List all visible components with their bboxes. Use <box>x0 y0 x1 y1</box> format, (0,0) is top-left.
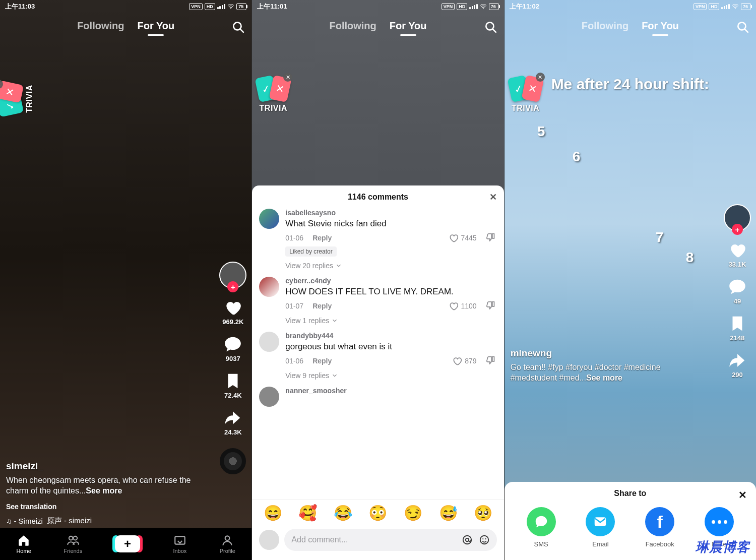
commenter-avatar[interactable] <box>259 387 279 407</box>
nav-inbox[interactable]: Inbox <box>173 534 187 554</box>
sms-icon <box>527 507 556 536</box>
emoji-option[interactable]: 🥰 <box>298 504 317 522</box>
comment-date: 01-06 <box>285 234 303 242</box>
creator-username[interactable]: mlnewng <box>511 348 706 359</box>
search-button[interactable] <box>736 20 749 33</box>
commenter-username[interactable]: isabellesaysno <box>285 209 496 217</box>
share-button[interactable]: 24.3K <box>223 408 242 436</box>
nav-create[interactable]: + <box>115 535 140 552</box>
heart-outline-icon <box>449 233 459 243</box>
emoji-option[interactable]: 😏 <box>404 504 422 522</box>
creator-username[interactable]: simeizi_ <box>6 461 206 472</box>
bottom-nav: Home Friends + Inbox Profile <box>0 528 251 560</box>
tab-foryou[interactable]: For You <box>642 20 679 32</box>
like-button[interactable]: 33.1K <box>728 240 747 268</box>
feed-tabs: Following For You <box>505 20 756 32</box>
comment-like-button[interactable]: 879 <box>452 356 476 366</box>
signal-icon <box>217 4 226 9</box>
comment-like-button[interactable]: 1100 <box>449 301 477 311</box>
thumbs-down-icon[interactable] <box>486 232 497 243</box>
comment-item: brandybby444 gorgeous but what even is i… <box>259 332 496 380</box>
emoji-quickbar: 😄 🥰 😂 😳 😏 😅 🥺 <box>252 500 503 525</box>
search-button[interactable] <box>484 20 497 33</box>
share-sms[interactable]: SMS <box>527 507 556 548</box>
status-time: 上午11:01 <box>257 2 287 11</box>
reply-button[interactable]: Reply <box>312 302 332 310</box>
emoji-option[interactable]: 😂 <box>334 504 352 522</box>
trivia-label: TRIVIA <box>512 104 539 113</box>
sound-text-a: ♫ - Simeizi <box>6 517 43 525</box>
share-title: Share to <box>614 489 646 498</box>
commenter-avatar[interactable] <box>259 332 279 352</box>
commenter-username[interactable]: cyberr..c4ndy <box>285 277 496 285</box>
video-description[interactable]: Go team!! #fyp #foryou #doctor #medicine… <box>511 362 706 384</box>
comment-item: cyberr..c4ndy HOW DOES IT FEEL TO LIVE M… <box>259 277 496 325</box>
vpn-badge: VPN <box>189 3 203 10</box>
my-avatar[interactable] <box>259 530 279 550</box>
more-icon <box>705 507 734 536</box>
commenter-avatar[interactable] <box>259 277 279 297</box>
reply-button[interactable]: Reply <box>312 357 332 365</box>
comments-button[interactable]: 49 <box>728 277 747 305</box>
mention-icon[interactable] <box>462 534 473 545</box>
comments-list[interactable]: isabellesaysno What Stevie nicks fan die… <box>252 209 503 500</box>
trivia-close-button[interactable]: ✕ <box>536 73 545 82</box>
sound-row[interactable]: ♫ - Simeizi 原声 - simeizi <box>6 516 211 526</box>
video-description[interactable]: When cheongsam meets opera, who can refu… <box>6 475 206 496</box>
battery-indicator: 75 <box>236 3 246 10</box>
comment-like-button[interactable]: 7445 <box>449 233 477 243</box>
share-email[interactable]: Email <box>586 507 615 548</box>
vpn-badge: VPN <box>694 3 707 10</box>
tab-foryou[interactable]: For You <box>390 20 427 32</box>
trivia-sticker[interactable]: ✓✕ TRIVIA ✕ <box>257 76 289 113</box>
commenter-avatar[interactable] <box>259 209 279 229</box>
thumbs-down-icon[interactable] <box>486 300 497 312</box>
video-caption: mlnewng Go team!! #fyp #foryou #doctor #… <box>511 348 706 384</box>
trivia-sticker[interactable]: ✓✕ TRIVIA ✕ <box>0 83 34 115</box>
see-translation-button[interactable]: See translation <box>6 503 56 511</box>
view-replies-button[interactable]: View 9 replies <box>285 371 496 380</box>
reply-button[interactable]: Reply <box>312 234 332 242</box>
view-replies-button[interactable]: View 1 replies <box>285 317 496 325</box>
share-facebook[interactable]: f Facebook <box>645 507 674 548</box>
emoji-option[interactable]: 😄 <box>264 504 282 522</box>
follow-plus-icon[interactable]: + <box>227 281 238 292</box>
commenter-username[interactable]: nanner_smoosher <box>285 387 496 395</box>
nav-friends[interactable]: Friends <box>64 534 83 554</box>
view-replies-button[interactable]: View 20 replies <box>285 262 496 270</box>
bookmark-icon <box>223 371 242 391</box>
trivia-sticker[interactable]: ✓✕ TRIVIA ✕ <box>510 76 542 113</box>
save-button[interactable]: 72.4K <box>223 371 242 399</box>
comment-input[interactable]: Add comment... <box>284 529 496 551</box>
tab-foryou[interactable]: For You <box>137 20 174 32</box>
share-close-button[interactable]: ✕ <box>738 489 747 501</box>
comments-close-button[interactable]: ✕ <box>489 192 497 203</box>
screen-comments: 上午11:01 VPN HD 76 Following For You ✓✕ T… <box>251 0 503 560</box>
creator-avatar[interactable]: + <box>219 262 246 289</box>
nav-profile[interactable]: Profile <box>220 534 235 554</box>
share-button[interactable]: 290 <box>728 351 747 379</box>
see-more-button[interactable]: See more <box>586 374 622 382</box>
emoji-option[interactable]: 🥺 <box>474 504 492 522</box>
search-button[interactable] <box>231 20 244 33</box>
watermark: 琳晨博客 <box>696 538 750 556</box>
see-more-button[interactable]: See more <box>86 486 122 495</box>
sound-disc[interactable] <box>220 448 246 474</box>
comment-input-row: Add comment... <box>252 525 503 560</box>
comments-button[interactable]: 9037 <box>223 335 242 362</box>
commenter-username[interactable]: brandybby444 <box>285 332 496 340</box>
tab-following[interactable]: Following <box>329 20 376 32</box>
heart-outline-icon <box>449 301 459 311</box>
nav-home[interactable]: Home <box>16 534 31 554</box>
emoji-option[interactable]: 😳 <box>368 504 387 522</box>
save-button[interactable]: 2148 <box>728 314 747 342</box>
trivia-label: TRIVIA <box>25 85 34 112</box>
emoji-option[interactable]: 😅 <box>439 504 458 522</box>
tab-following[interactable]: Following <box>582 20 628 32</box>
tab-following[interactable]: Following <box>77 20 124 32</box>
follow-plus-icon[interactable]: + <box>732 224 743 235</box>
creator-avatar[interactable]: + <box>724 204 751 231</box>
emoji-picker-icon[interactable] <box>479 534 490 545</box>
like-button[interactable]: 969.2K <box>222 298 243 326</box>
thumbs-down-icon[interactable] <box>486 355 497 366</box>
